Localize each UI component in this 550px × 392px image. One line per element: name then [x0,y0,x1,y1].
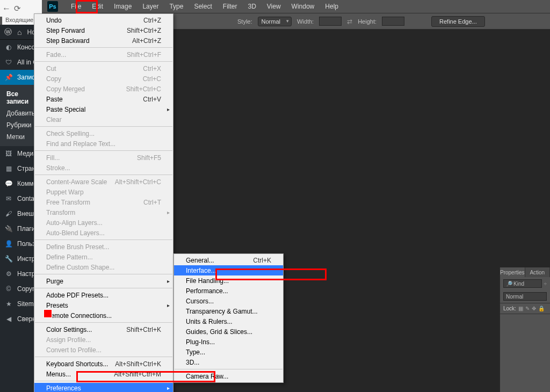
menu-item[interactable]: Keyboard Shortcuts...Alt+Shift+Ctrl+K [34,359,173,369]
menu-item[interactable]: File Handling... [174,275,283,286]
menu-file[interactable]: File [66,0,86,13]
menu-item[interactable]: General...Ctrl+K [174,255,283,265]
tab-actions[interactable]: Action [525,267,550,277]
menu-item-label: Define Brush Preset... [46,243,109,251]
menu-item-label: Adobe PDF Presets... [46,292,108,299]
menu-edit[interactable]: Edit [86,0,108,13]
menu-item[interactable]: Preferences [34,383,173,392]
menu-item[interactable]: PasteCtrl+V [34,94,173,104]
menu-3d[interactable]: 3D [242,0,261,13]
app-logo: Ps [47,1,58,12]
lock-all-icon[interactable]: 🔒 [538,306,545,311]
menu-item[interactable]: Color Settings...Shift+Ctrl+K [34,324,173,335]
menu-item-label: Step Forward [46,27,85,34]
reload-icon[interactable]: ⟳ [14,4,21,13]
foreground-swatch[interactable] [44,309,52,318]
menu-item-label: Camera Raw... [186,373,228,380]
menu-item: Auto-Blend Layers... [34,228,173,238]
shortcut-label: Alt+Shift+Ctrl+K [115,360,161,368]
menu-item-label: Performance... [186,287,228,295]
menu-item[interactable]: Menus...Alt+Shift+Ctrl+M [34,369,173,379]
shortcut-label: Ctrl+X [143,65,161,72]
refine-edge-button[interactable]: Refine Edge... [431,16,485,27]
menu-item-label: Remote Connections... [46,312,112,320]
width-label: Width: [297,18,314,25]
wp-logo-icon[interactable]: ⓦ [4,27,12,37]
blend-mode-select[interactable]: Normal [503,292,547,301]
shortcut-label: Shift+Ctrl+K [126,326,161,333]
menu-item-label: Puppet Warp [46,188,84,196]
menu-item[interactable]: Camera Raw... [174,371,283,381]
menu-item[interactable]: Paste Special [34,104,173,114]
swap-dimensions-icon[interactable]: ⇄ [347,18,352,25]
shortcut-label: Ctrl+K [253,257,271,264]
menu-item[interactable]: Type... [174,347,283,357]
shortcut-label: Shift+Ctrl+C [126,85,161,93]
menu-icon: ▦ [4,165,13,172]
right-panels: Properties Action 🔎 Kind ÷ Normal Lock: … [500,267,550,392]
menu-item-label: Preferences [46,384,81,392]
menu-view[interactable]: View [262,0,286,13]
menu-separator [35,381,172,381]
menu-separator [35,61,172,62]
menu-separator [35,357,172,357]
menu-item[interactable]: Transparency & Gamut... [174,306,283,316]
menu-select[interactable]: Select [189,0,217,13]
menu-separator [35,322,172,323]
menu-item[interactable]: Remote Connections... [34,310,173,321]
height-input[interactable] [382,17,404,26]
layer-filter-select[interactable]: 🔎 Kind [503,279,542,288]
menu-item[interactable]: Performance... [174,286,283,296]
style-select[interactable]: Normal [258,17,292,26]
menu-separator [175,369,283,369]
menu-separator [35,274,172,274]
menu-image[interactable]: Image [108,0,137,13]
back-icon[interactable]: ← [2,4,11,13]
menu-item[interactable]: Units & Rulers... [174,316,283,326]
menu-item[interactable]: Plug-Ins... [174,337,283,347]
tab-properties[interactable]: Properties [500,267,525,277]
menu-layer[interactable]: Layer [137,0,164,13]
menu-item[interactable]: 3D... [174,357,283,367]
pin-icon: 📌 [4,74,13,81]
menu-item: Auto-Align Layers... [34,217,173,228]
home-icon[interactable]: ⌂ [17,28,21,37]
lock-pixels-icon[interactable]: ✎ [525,306,530,311]
menu-item: Assign Profile... [34,335,173,345]
menu-item: Fill...Shift+F5 [34,153,173,163]
menu-item[interactable]: UndoCtrl+Z [34,15,173,25]
menu-item-label: Paste [46,96,63,103]
menu-icon: © [4,285,13,293]
menu-item[interactable]: Adobe PDF Presets... [34,290,173,300]
menu-filter[interactable]: Filter [218,0,243,13]
menu-item[interactable]: Step BackwardAlt+Ctrl+Z [34,35,173,46]
menu-separator [35,288,172,288]
menu-item: Define Brush Preset... [34,242,173,252]
menu-item[interactable]: Cursors... [174,296,283,306]
shortcut-label: Shift+Ctrl+F [127,51,161,59]
menu-help[interactable]: Help [320,0,344,13]
menu-item-label: Step Backward [46,37,90,45]
menu-item: CopyCtrl+C [34,74,173,84]
menu-item[interactable]: Step ForwardShift+Ctrl+Z [34,25,173,35]
menu-item-label: Transform [46,209,75,216]
lock-transparency-icon[interactable]: ▦ [518,306,523,311]
menu-item-label: Auto-Blend Layers... [46,229,105,237]
menu-item[interactable]: Guides, Grid & Slices... [174,326,283,337]
shortcut-label: Shift+F5 [137,154,161,162]
shortcut-label: Ctrl+C [143,75,161,83]
menu-item: Content-Aware ScaleAlt+Shift+Ctrl+C [34,177,173,187]
menu-icon: ★ [4,300,13,308]
width-input[interactable] [319,17,342,26]
menu-item[interactable]: Purge [34,276,173,286]
menu-icon: 🖌 [4,210,13,217]
menu-item-label: General... [186,257,214,264]
lock-position-icon[interactable]: ✥ [532,306,536,311]
menu-window[interactable]: Window [286,0,320,13]
menu-item-label: Presets [46,302,68,309]
menu-type[interactable]: Type [164,0,189,13]
menu-item[interactable]: Interface... [174,265,283,275]
menu-icon: ✉ [4,195,13,202]
menu-item[interactable]: Presets [34,300,173,310]
menu-separator [35,150,172,151]
